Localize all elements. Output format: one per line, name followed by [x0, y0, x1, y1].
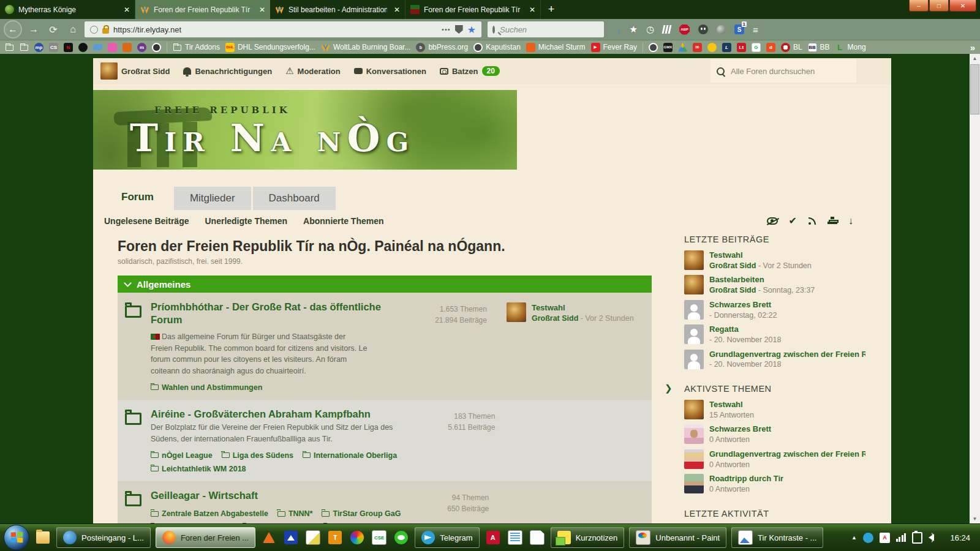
sitemap-icon[interactable]: [827, 217, 837, 225]
bookmark-woltlab[interactable]: WoltLab Burning Boar...: [321, 43, 411, 52]
menu-hamburger-icon[interactable]: ≡: [753, 24, 758, 35]
bookmark-folder-icon[interactable]: [20, 43, 29, 52]
telegram-task-button[interactable]: Telegram: [415, 527, 479, 548]
document-icon[interactable]: [529, 529, 546, 546]
g-favicon[interactable]: G: [752, 43, 761, 52]
post-author[interactable]: Großrat Sidd: [709, 286, 756, 294]
tray-expand-arrow[interactable]: ▲: [851, 534, 857, 541]
forward-button[interactable]: →: [26, 24, 42, 35]
close-button[interactable]: ✕: [949, 0, 976, 12]
bookmark-tir-addons[interactable]: Tir Addons: [173, 43, 220, 52]
conversations-menu[interactable]: Konversationen: [354, 67, 426, 76]
lego-favicon[interactable]: [707, 43, 717, 52]
page-scrollbar[interactable]: ▲ ▼: [970, 54, 980, 523]
ghostery-icon[interactable]: [698, 24, 708, 34]
cse-icon[interactable]: CSE: [371, 529, 388, 546]
gmx-favicon[interactable]: GMX: [663, 43, 673, 52]
tab-stil-bearbeiten[interactable]: Stil bearbeiten - Administration ✕: [270, 0, 405, 19]
minimize-button[interactable]: –: [909, 0, 929, 12]
forum-title[interactable]: Geilleagar - Wirtschaft: [151, 489, 420, 502]
post-title[interactable]: Regatta: [709, 324, 781, 335]
topic-title[interactable]: Grundlagenvertrag zwischen der Freien R…: [709, 449, 865, 460]
telegram-tray-icon[interactable]: [863, 533, 873, 543]
subforum-link[interactable]: Internationale Oberliga: [303, 451, 397, 460]
paint-task-button[interactable]: Unbenannt - Paint: [629, 527, 726, 548]
tab-forum-2[interactable]: Foren der Freien Republik Tír na ✕: [405, 0, 541, 19]
writer-icon[interactable]: [507, 529, 524, 546]
active-topic-item[interactable]: Roadtripp durch Tir 0 Antworten: [684, 474, 868, 495]
jump-down-icon[interactable]: ↓: [848, 216, 853, 227]
avatar[interactable]: [684, 275, 704, 294]
orange-favicon[interactable]: [123, 43, 132, 52]
bookmark-mong[interactable]: LMong: [835, 43, 866, 52]
category-header-allgemeines[interactable]: Allgemeines: [118, 276, 652, 293]
recent-post-item[interactable]: Testwahl Großrat Sidd - Vor 2 Stunden: [684, 250, 868, 271]
speaker-icon[interactable]: [929, 534, 934, 541]
link-abonnierte[interactable]: Abonnierte Themen: [303, 216, 383, 226]
browser-search-bar[interactable]: [488, 21, 604, 37]
recent-post-item[interactable]: Bastelarbeiten Großrat Sidd - Sonntag, 2…: [684, 275, 868, 296]
forum-search-box[interactable]: [710, 59, 856, 83]
latest-post-title[interactable]: Testwahl: [532, 302, 634, 313]
tab-close-icon[interactable]: ✕: [391, 6, 400, 14]
subforum-link[interactable]: Zentrale Batzen Abgabestelle: [151, 509, 268, 518]
avatar[interactable]: [507, 302, 526, 322]
vlc-icon[interactable]: [260, 529, 277, 546]
scroll-up-arrow[interactable]: ▲: [970, 54, 980, 63]
chevron-down-icon[interactable]: [124, 279, 132, 287]
bookmark-michael-sturm[interactable]: Michael Sturm: [526, 43, 586, 52]
network-bars-icon[interactable]: [896, 533, 907, 542]
active-topic-item[interactable]: Testwahl 15 Antworten: [684, 400, 868, 421]
browser-search-input[interactable]: [499, 24, 610, 35]
adblock-icon[interactable]: ABP: [679, 24, 690, 35]
post-title[interactable]: Schwarzes Brett: [709, 300, 777, 310]
m-favicon[interactable]: m: [137, 43, 146, 52]
recent-post-item[interactable]: Schwarzes Brett - Donnerstag, 02:22: [684, 300, 868, 321]
pocket-shield-icon[interactable]: [455, 25, 463, 34]
bookmark-dhl[interactable]: DHLDHL Sendungsverfolg...: [225, 43, 315, 52]
topic-title[interactable]: Schwarzes Brett: [709, 424, 771, 435]
cs-favicon[interactable]: CS: [49, 43, 58, 52]
bookmark-star-icon[interactable]: ★: [467, 24, 476, 36]
tab-forum-active[interactable]: Foren der Freien Republik Tír na ✕: [135, 0, 270, 19]
topic-title[interactable]: Testwahl: [709, 400, 754, 410]
page-info-icon[interactable]: [90, 26, 98, 34]
avatar[interactable]: [684, 424, 704, 444]
tab-mytherras[interactable]: Mytherras Könige ✕: [0, 0, 135, 19]
scrollbar-thumb[interactable]: [970, 64, 979, 114]
restore-button[interactable]: □: [929, 0, 949, 12]
recent-post-item[interactable]: Regatta - 20. November 2018: [684, 324, 868, 345]
mp-favicon[interactable]: mp: [34, 43, 43, 52]
batzen-menu[interactable]: Batzen 20: [440, 66, 500, 76]
totalcommander-icon[interactable]: T: [326, 529, 344, 546]
subforum-link[interactable]: Leichtathletik WM 2018: [151, 465, 246, 473]
tab-close-icon[interactable]: ✕: [121, 6, 130, 14]
bookmark-kaputistan[interactable]: Kaputistan: [473, 43, 521, 52]
subforum-link[interactable]: Wahlen und Abstimmungen: [151, 383, 262, 392]
letterboxd-favicon[interactable]: L: [722, 43, 731, 52]
thunderbird-task-button[interactable]: Posteingang - L...: [56, 527, 151, 548]
back-button[interactable]: ←: [4, 20, 22, 39]
section-chevron-icon[interactable]: ❯: [665, 383, 673, 394]
globe-favicon[interactable]: [152, 43, 161, 52]
notifications-menu[interactable]: Benachrichtigungen: [183, 67, 272, 76]
lt-favicon[interactable]: Lt: [737, 43, 746, 52]
history-clock-icon[interactable]: ◷: [646, 24, 654, 35]
subforum-link[interactable]: TNNN*: [277, 509, 313, 518]
default-avatar[interactable]: [684, 350, 704, 369]
forum-banner[interactable]: freie republik Tir Na nÒg: [93, 90, 517, 170]
rss-icon[interactable]: [808, 217, 816, 225]
insecure-lock-icon[interactable]: [102, 28, 109, 34]
stickynotes-task-button[interactable]: Kurznotizen: [551, 527, 625, 548]
check-icon[interactable]: ✔: [789, 215, 797, 227]
irfanview-icon[interactable]: [282, 529, 300, 546]
forum-title[interactable]: Príomhbhóthar - Der Große Rat - das öffe…: [151, 301, 383, 327]
default-avatar[interactable]: [684, 300, 704, 320]
wechat-icon[interactable]: [393, 529, 410, 546]
url-bar[interactable]: https://tir.elyday.net ••• ★: [85, 21, 481, 37]
home-button[interactable]: ⌂: [65, 24, 81, 35]
user-menu[interactable]: Großrat Sidd: [100, 62, 170, 80]
globe-favicon[interactable]: [649, 43, 658, 52]
forum-row-aireine[interactable]: Airéine - Großväterchen Abraham Kampfbah…: [118, 400, 652, 481]
latest-post-author[interactable]: Großrat Sidd: [532, 314, 578, 323]
